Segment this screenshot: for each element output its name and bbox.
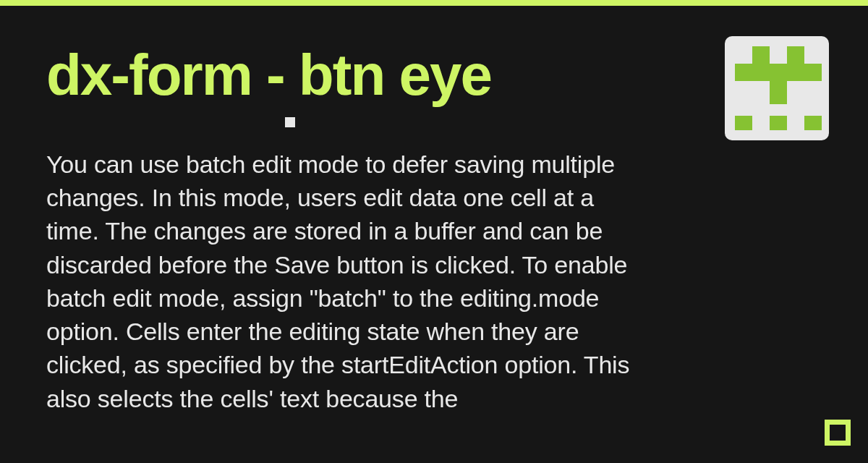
accent-top-bar — [0, 0, 868, 6]
cursor-blinker — [285, 117, 295, 127]
logo-icon — [735, 46, 819, 130]
body-text: You can use batch edit mode to defer sav… — [46, 148, 647, 415]
corner-square-icon — [825, 420, 851, 446]
content-area: dx-form - btn eye You can use batch edit… — [0, 6, 868, 415]
page-title: dx-form - btn eye — [46, 46, 822, 104]
brand-logo — [725, 36, 829, 140]
